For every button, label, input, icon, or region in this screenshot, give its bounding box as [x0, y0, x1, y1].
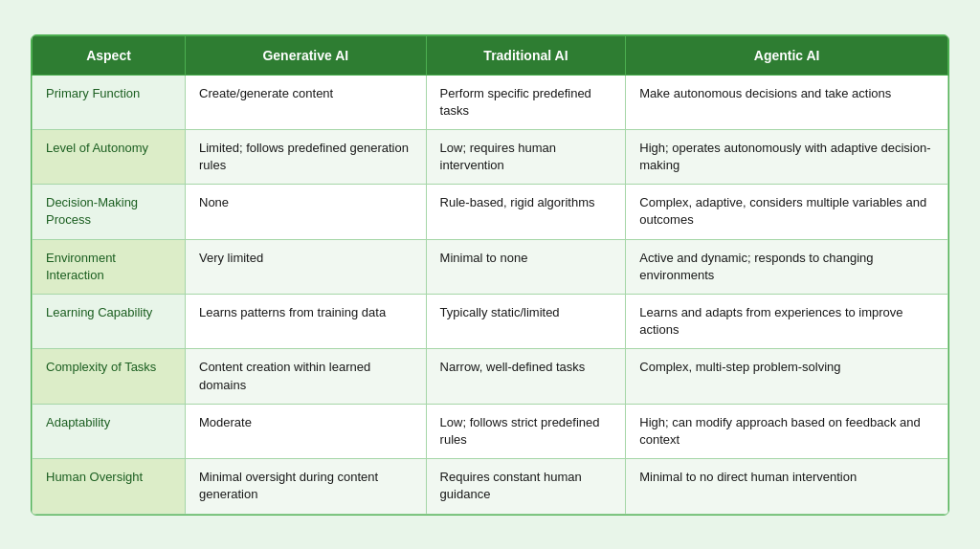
table-row: Level of AutonomyLimited; follows predef…: [33, 129, 948, 184]
cell-generative-3: Very limited: [186, 239, 427, 294]
cell-agentic-4: Learns and adapts from experiences to im…: [626, 295, 948, 349]
header-traditional-ai: Traditional AI: [426, 35, 626, 75]
cell-agentic-2: Complex, adaptive, considers multiple va…: [626, 185, 948, 239]
cell-aspect-3: Environment Interaction: [33, 239, 186, 294]
comparison-table: Aspect Generative AI Traditional AI Agen…: [31, 34, 949, 516]
cell-traditional-5: Narrow, well-defined tasks: [426, 349, 626, 404]
cell-traditional-3: Minimal to none: [426, 239, 626, 294]
cell-agentic-3: Active and dynamic; responds to changing…: [626, 239, 948, 294]
cell-aspect-5: Complexity of Tasks: [33, 349, 186, 404]
header-generative-ai: Generative AI: [186, 35, 427, 75]
cell-generative-4: Learns patterns from training data: [186, 295, 427, 349]
cell-aspect-2: Decision-Making Process: [33, 185, 186, 239]
cell-traditional-2: Rule-based, rigid algorithms: [426, 185, 626, 239]
cell-traditional-6: Low; follows strict predefined rules: [426, 404, 626, 458]
table-row: Complexity of TasksContent creation with…: [33, 349, 948, 404]
cell-aspect-1: Level of Autonomy: [33, 129, 186, 184]
table-row: AdaptabilityModerateLow; follows strict …: [33, 404, 948, 458]
cell-aspect-0: Primary Function: [33, 75, 186, 129]
cell-generative-2: None: [186, 185, 427, 239]
cell-traditional-0: Perform specific predefined tasks: [426, 75, 626, 129]
cell-agentic-1: High; operates autonomously with adaptiv…: [626, 129, 948, 184]
cell-traditional-7: Requires constant human guidance: [426, 459, 626, 514]
cell-agentic-7: Minimal to no direct human intervention: [626, 459, 948, 514]
cell-generative-1: Limited; follows predefined generation r…: [186, 129, 427, 184]
cell-agentic-6: High; can modify approach based on feedb…: [626, 404, 948, 458]
cell-generative-7: Minimal oversight during content generat…: [186, 459, 427, 514]
cell-traditional-4: Typically static/limited: [426, 295, 626, 349]
cell-generative-5: Content creation within learned domains: [186, 349, 427, 404]
table-row: Environment InteractionVery limitedMinim…: [33, 239, 948, 294]
table-row: Decision-Making ProcessNoneRule-based, r…: [33, 185, 948, 239]
table-row: Learning CapabilityLearns patterns from …: [33, 295, 948, 349]
cell-agentic-5: Complex, multi-step problem-solving: [626, 349, 948, 404]
cell-generative-0: Create/generate content: [186, 75, 427, 129]
table-row: Human OversightMinimal oversight during …: [33, 459, 948, 514]
header-aspect: Aspect: [33, 35, 186, 75]
cell-agentic-0: Make autonomous decisions and take actio…: [626, 75, 948, 129]
cell-aspect-4: Learning Capability: [33, 295, 186, 349]
header-agentic-ai: Agentic AI: [626, 35, 948, 75]
cell-aspect-6: Adaptability: [33, 404, 186, 458]
cell-traditional-1: Low; requires human intervention: [426, 129, 626, 184]
table-row: Primary FunctionCreate/generate contentP…: [33, 75, 948, 129]
cell-aspect-7: Human Oversight: [33, 459, 186, 514]
cell-generative-6: Moderate: [186, 404, 427, 458]
